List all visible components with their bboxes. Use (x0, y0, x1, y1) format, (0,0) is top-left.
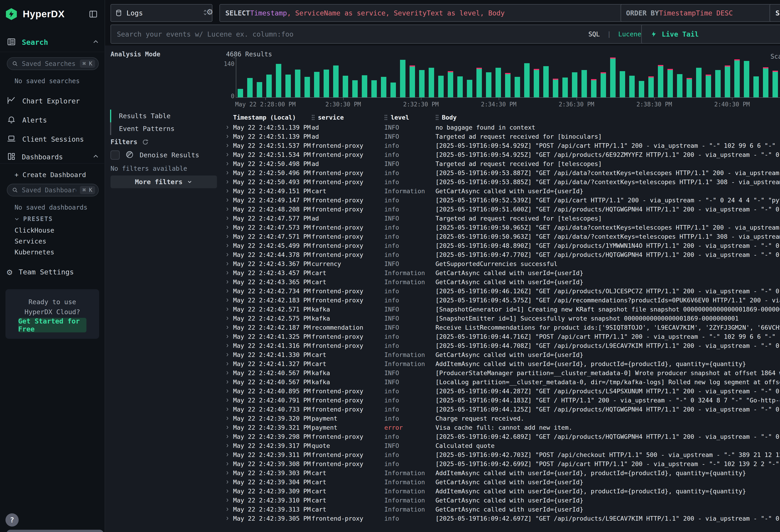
table-row[interactable]: May 22 2:42:42.183 PMfrontend-proxyinfo[… (222, 296, 780, 305)
row-expand-chevron-icon[interactable] (222, 134, 233, 139)
row-expand-chevron-icon[interactable] (222, 170, 233, 175)
histogram-bar[interactable] (515, 77, 520, 97)
table-row[interactable]: May 22 2:42:41.330 PMcartInformationGetC… (222, 350, 780, 359)
denoise-checkbox[interactable] (110, 150, 119, 160)
row-expand-chevron-icon[interactable] (222, 152, 233, 157)
header-level[interactable]: level (384, 114, 436, 121)
row-expand-chevron-icon[interactable] (222, 389, 233, 393)
order-by-input[interactable]: ORDER BY TimestampTime DESC (621, 4, 774, 22)
row-expand-chevron-icon[interactable] (222, 307, 233, 312)
histogram-bar[interactable] (324, 69, 329, 98)
histogram-bar[interactable] (744, 61, 749, 97)
chevron-up-icon[interactable] (92, 153, 99, 161)
table-row[interactable]: May 22 2:42:45.499 PMfrontend-proxyinfo[… (222, 241, 780, 250)
help-button[interactable]: ? (5, 513, 19, 527)
query-mode-sql[interactable]: SQL (588, 31, 600, 38)
table-row[interactable]: May 22 2:42:44.378 PMfrontend-proxyinfo[… (222, 250, 780, 259)
histogram-bar[interactable] (352, 80, 358, 97)
row-expand-chevron-icon[interactable] (222, 470, 233, 475)
row-expand-chevron-icon[interactable] (222, 370, 233, 375)
histogram-bar[interactable] (534, 69, 539, 97)
histogram-bar[interactable] (572, 72, 577, 97)
preset-clickhouse[interactable]: ClickHouse (14, 227, 54, 234)
row-expand-chevron-icon[interactable] (222, 179, 233, 184)
row-expand-chevron-icon[interactable] (222, 198, 233, 203)
mode-results-table[interactable]: Results Table (110, 109, 170, 122)
histogram-bar[interactable] (295, 69, 300, 98)
row-expand-chevron-icon[interactable] (222, 434, 233, 439)
histogram-bar[interactable] (524, 63, 530, 97)
sidebar-collapse-icon[interactable] (89, 9, 99, 20)
table-row[interactable]: May 22 2:42:39.305 PMfrontend-proxyinfo[… (222, 514, 780, 523)
histogram-bar[interactable] (639, 81, 644, 98)
row-expand-chevron-icon[interactable] (222, 125, 233, 130)
row-expand-chevron-icon[interactable] (222, 207, 233, 212)
histogram-bar[interactable] (333, 65, 339, 97)
table-row[interactable]: May 22 2:42:51.139 PMadINFOno baggage fo… (222, 123, 780, 132)
header-timestamp[interactable]: Timestamp (Local) (233, 114, 311, 121)
save-button[interactable]: Save (770, 4, 780, 22)
refresh-icon[interactable] (142, 139, 149, 146)
histogram-bar[interactable] (715, 70, 721, 97)
row-expand-chevron-icon[interactable] (222, 270, 233, 275)
query-mode-lucene[interactable]: Lucene (618, 31, 641, 38)
histogram-bar[interactable] (429, 68, 434, 97)
sidebar-item-dashboards[interactable]: Dashboards (7, 151, 99, 163)
event-search-box[interactable]: SQL | Lucene (110, 25, 647, 44)
header-body[interactable]: Body (436, 114, 780, 121)
saved-searches-input[interactable]: Saved Searches ⌘ K (7, 57, 99, 70)
histogram-bar[interactable] (668, 69, 673, 97)
histogram-bar[interactable] (658, 65, 663, 98)
histogram-bar[interactable] (705, 75, 711, 97)
histogram-bar[interactable] (476, 68, 482, 97)
histogram-bar[interactable] (285, 75, 291, 97)
table-row[interactable]: May 22 2:42:43.457 PMcartInformationGetC… (222, 268, 780, 277)
row-expand-chevron-icon[interactable] (222, 352, 233, 357)
histogram-bar[interactable] (247, 78, 253, 97)
histogram-bar[interactable] (276, 64, 281, 98)
histogram-bar[interactable] (677, 74, 682, 98)
table-row[interactable]: May 22 2:42:47.577 PMadINFOTargeted ad r… (222, 214, 780, 223)
table-row[interactable]: May 22 2:42:39.308 PMfrontend-proxyinfo[… (222, 459, 780, 468)
sidebar-item-chart-explorer[interactable]: Chart Explorer (7, 95, 99, 107)
table-row[interactable]: May 22 2:42:40.791 PMfrontend-proxyinfo[… (222, 396, 780, 405)
histogram-bar[interactable] (448, 71, 453, 97)
row-expand-chevron-icon[interactable] (222, 498, 233, 503)
column-resize-handle[interactable] (384, 114, 388, 120)
histogram-bar[interactable] (371, 80, 377, 97)
row-expand-chevron-icon[interactable] (222, 161, 233, 166)
histogram-bar[interactable] (390, 83, 396, 97)
histogram-bar[interactable] (734, 59, 740, 98)
preset-services[interactable]: Services (14, 237, 46, 245)
row-expand-chevron-icon[interactable] (222, 298, 233, 303)
histogram-bar[interactable] (763, 67, 768, 98)
sidebar-item-alerts[interactable]: Alerts (7, 114, 99, 127)
table-row[interactable]: May 22 2:42:40.733 PMfrontend-proxyinfo[… (222, 405, 780, 414)
column-resize-handle[interactable] (311, 114, 315, 120)
histogram-bar[interactable] (600, 72, 606, 97)
table-row[interactable]: May 22 2:42:42.187 PMrecommendationINFOR… (222, 323, 780, 332)
table-row[interactable]: May 22 2:42:39.313 PMcartInformationGetC… (222, 505, 780, 514)
row-expand-chevron-icon[interactable] (222, 261, 233, 266)
row-expand-chevron-icon[interactable] (222, 452, 233, 457)
row-expand-chevron-icon[interactable] (222, 279, 233, 284)
table-row[interactable]: May 22 2:42:40.895 PMfrontend-proxyinfo[… (222, 386, 780, 396)
row-expand-chevron-icon[interactable] (222, 316, 233, 321)
histogram-bar[interactable] (725, 65, 730, 97)
histogram-bar[interactable] (238, 89, 243, 98)
source-settings-gear-icon[interactable]: ⚙ (207, 7, 213, 16)
histogram-bar[interactable] (581, 70, 587, 97)
more-filters-button[interactable]: More filters (110, 176, 217, 188)
table-row[interactable]: May 22 2:42:42.734 PMfrontend-proxyinfo[… (222, 286, 780, 296)
row-expand-chevron-icon[interactable] (222, 216, 233, 221)
row-expand-chevron-icon[interactable] (222, 252, 233, 257)
table-row[interactable]: May 22 2:42:47.573 PMfrontend-proxyinfo[… (222, 223, 780, 232)
row-expand-chevron-icon[interactable] (222, 507, 233, 512)
histogram-bar[interactable] (257, 82, 262, 98)
header-service[interactable]: service (311, 114, 384, 121)
saved-dashboards-input[interactable]: Saved Dashboards ⌘ K (7, 184, 99, 196)
source-select[interactable]: Logs (110, 4, 212, 22)
table-row[interactable]: May 22 2:42:39.303 PMcartInformationAddI… (222, 468, 780, 477)
table-row[interactable]: May 22 2:42:40.567 PMkafkaINFO[ProducerS… (222, 368, 780, 377)
histogram-bar[interactable] (438, 76, 444, 97)
